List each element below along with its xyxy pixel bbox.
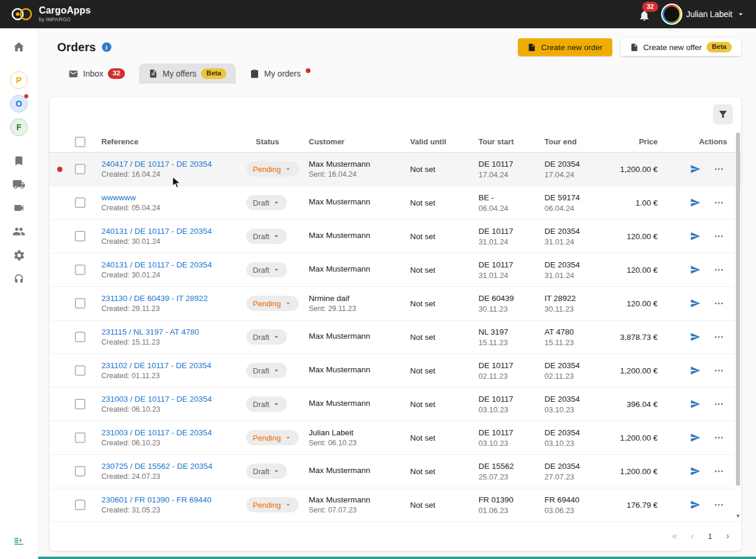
scrollbar-thumb[interactable] [736, 133, 740, 486]
reference-link[interactable]: 230601 / FR 01390 - FR 69440 [101, 495, 246, 504]
status-chip[interactable]: Draft [246, 396, 287, 412]
column-header-price[interactable]: Price [599, 137, 658, 146]
scrollbar-down-arrow[interactable]: ▼ [735, 513, 741, 519]
send-offer-button[interactable] [687, 329, 704, 345]
sidebar-item-contacts[interactable] [7, 220, 31, 243]
reference-link[interactable]: 240131 / DE 10117 - DE 20354 [101, 260, 246, 269]
send-offer-button[interactable] [687, 262, 704, 278]
tab-my-offers[interactable]: My offers Beta [139, 64, 236, 84]
reference-link[interactable]: 231130 / DE 60439 - IT 28922 [101, 294, 246, 303]
customer-name: Max Mustermann [309, 332, 404, 340]
sidebar-item-home[interactable] [7, 35, 31, 59]
sidebar-item-bookmarks[interactable] [7, 149, 31, 173]
reference-link[interactable]: 240417 / DE 10117 - DE 20354 [101, 160, 246, 168]
send-offer-button[interactable] [687, 194, 704, 211]
row-checkbox[interactable] [75, 365, 85, 376]
first-page-button[interactable]: « [667, 528, 682, 544]
sidebar-item-shipments[interactable] [7, 173, 31, 196]
sidebar-item-workspace-f[interactable]: F [7, 115, 31, 139]
sidebar-item-tracking[interactable] [7, 196, 31, 220]
send-offer-button[interactable] [687, 463, 704, 479]
sidebar-item-settings[interactable] [7, 243, 31, 267]
more-actions-button[interactable] [711, 194, 727, 211]
chevron-down-icon [272, 333, 280, 341]
send-offer-button[interactable] [687, 497, 704, 513]
table-row: wwwwww Created: 05.04.24 Draft Max Muste… [49, 186, 741, 220]
table-row: 231003 / DE 10117 - DE 20354 Created: 06… [49, 421, 741, 455]
send-offer-button[interactable] [687, 362, 704, 379]
reference-link[interactable]: 240131 / DE 10117 - DE 20354 [101, 227, 246, 236]
tab-my-orders[interactable]: My orders [240, 64, 319, 84]
row-checkbox[interactable] [75, 298, 85, 309]
collapse-sidebar-button[interactable] [7, 530, 31, 553]
notifications-button[interactable]: 32 [636, 6, 652, 22]
row-checkbox[interactable] [75, 231, 85, 242]
reference-link[interactable]: 231003 / DE 10117 - DE 20354 [101, 428, 246, 437]
chevron-down-icon [272, 400, 280, 408]
sidebar-item-workspace-o[interactable]: O [7, 92, 31, 115]
more-actions-button[interactable] [711, 497, 727, 513]
send-offer-button[interactable] [687, 396, 704, 412]
more-actions-button[interactable] [711, 262, 727, 278]
column-header-valid-until[interactable]: Valid until [404, 137, 470, 146]
status-chip[interactable]: Draft [246, 195, 287, 210]
send-offer-button[interactable] [687, 228, 704, 244]
column-header-tour-end[interactable]: Tour end [536, 137, 599, 146]
table-row: 240131 / DE 10117 - DE 20354 Created: 30… [49, 253, 741, 287]
row-checkbox[interactable] [75, 164, 85, 174]
status-chip[interactable]: Pending [246, 296, 299, 311]
tour-start-location: NL 3197 [478, 328, 536, 336]
create-new-offer-button[interactable]: Create new offer Beta [620, 38, 742, 56]
status-chip[interactable]: Draft [246, 329, 287, 345]
more-actions-button[interactable] [711, 228, 727, 244]
status-chip[interactable]: Draft [246, 363, 287, 378]
more-actions-button[interactable] [711, 295, 727, 312]
tab-inbox[interactable]: Inbox 32 [59, 64, 134, 84]
user-menu[interactable]: Julian Labeit [661, 4, 745, 25]
row-checkbox[interactable] [75, 399, 85, 409]
reference-link[interactable]: 230725 / DE 15562 - DE 20354 [101, 462, 246, 471]
prev-page-button[interactable]: ‹ [685, 528, 700, 544]
row-checkbox[interactable] [75, 500, 85, 510]
reference-link[interactable]: 231115 / NL 3197 - AT 4780 [101, 328, 246, 336]
status-chip[interactable]: Draft [246, 262, 287, 277]
more-actions-button[interactable] [711, 429, 727, 446]
status-chip[interactable]: Pending [246, 430, 299, 445]
column-header-status[interactable]: Status [246, 137, 303, 146]
status-chip[interactable]: Draft [246, 464, 287, 479]
column-header-tour-start[interactable]: Tour start [470, 137, 536, 146]
row-checkbox[interactable] [75, 264, 85, 275]
scrollbar[interactable]: ▼ [735, 133, 741, 520]
reference-link[interactable]: 231003 / DE 10117 - DE 20354 [101, 395, 246, 403]
more-actions-button[interactable] [711, 396, 727, 412]
create-new-order-button[interactable]: Create new order [518, 38, 612, 56]
sidebar-item-workspace-p[interactable]: P [7, 68, 31, 92]
row-checkbox[interactable] [75, 332, 85, 342]
row-checkbox[interactable] [75, 432, 85, 443]
tour-start-location: DE 60439 [478, 294, 536, 303]
status-chip[interactable]: Draft [246, 229, 287, 244]
status-chip[interactable]: Pending [246, 161, 299, 177]
more-actions-button[interactable] [711, 362, 727, 379]
send-offer-button[interactable] [687, 429, 704, 446]
next-page-button[interactable]: › [720, 528, 735, 544]
filter-button[interactable] [713, 104, 733, 124]
send-offer-button[interactable] [687, 295, 704, 312]
customer-name: Max Mustermann [309, 399, 404, 408]
sidebar-item-support[interactable] [7, 267, 31, 290]
table-row: 240417 / DE 10117 - DE 20354 Created: 16… [49, 153, 741, 186]
column-header-reference[interactable]: Reference [95, 137, 246, 146]
row-checkbox[interactable] [75, 197, 85, 208]
more-actions-button[interactable] [711, 329, 727, 345]
price-value: 176.79 € [599, 501, 658, 510]
select-all-checkbox[interactable] [75, 137, 85, 147]
row-checkbox[interactable] [75, 466, 85, 477]
reference-link[interactable]: 231102 / DE 10117 - DE 20354 [101, 361, 246, 370]
send-offer-button[interactable] [687, 161, 704, 177]
reference-link[interactable]: wwwwww [101, 193, 246, 202]
column-header-customer[interactable]: Customer [303, 137, 404, 146]
more-actions-button[interactable] [711, 161, 727, 177]
info-icon[interactable]: i [102, 42, 111, 52]
more-actions-button[interactable] [711, 463, 727, 479]
status-chip[interactable]: Pending [246, 497, 299, 512]
